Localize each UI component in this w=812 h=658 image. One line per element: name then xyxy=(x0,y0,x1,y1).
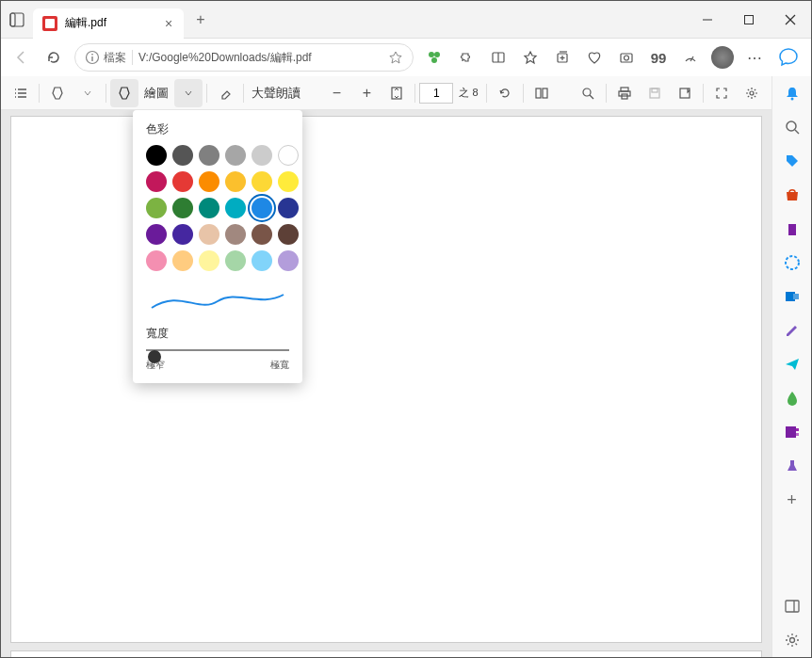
tab-close-button[interactable]: × xyxy=(161,16,176,31)
search-button[interactable] xyxy=(574,79,602,107)
color-swatch[interactable] xyxy=(225,171,246,192)
svg-rect-36 xyxy=(652,88,658,92)
reading-list-icon[interactable] xyxy=(483,42,513,72)
svg-line-41 xyxy=(795,130,799,134)
color-swatch[interactable] xyxy=(252,224,272,245)
profile-avatar[interactable] xyxy=(707,42,738,72)
back-button[interactable] xyxy=(7,42,37,72)
search-sidebar-icon[interactable] xyxy=(781,116,804,138)
sidebar-settings-icon[interactable] xyxy=(781,629,804,651)
menu-button[interactable]: ⋯ xyxy=(739,42,770,72)
color-swatch[interactable] xyxy=(225,250,246,271)
quotes-icon[interactable]: 99 xyxy=(643,42,674,72)
color-swatch[interactable] xyxy=(199,198,219,218)
color-swatch[interactable] xyxy=(172,250,193,271)
fullscreen-button[interactable] xyxy=(707,79,736,107)
width-slider[interactable] xyxy=(146,349,289,351)
color-swatch[interactable] xyxy=(172,198,193,218)
erase-tool[interactable] xyxy=(211,79,239,107)
bing-chat-button[interactable] xyxy=(771,40,805,74)
svg-rect-48 xyxy=(796,433,799,436)
refresh-button[interactable] xyxy=(39,42,69,72)
tab-overview-button[interactable] xyxy=(1,1,33,39)
color-swatch[interactable] xyxy=(278,224,299,245)
tag-icon[interactable] xyxy=(781,150,804,172)
new-tab-button[interactable]: + xyxy=(187,7,214,33)
fit-page-button[interactable] xyxy=(382,79,411,107)
color-swatch[interactable] xyxy=(225,224,246,245)
svg-rect-45 xyxy=(793,294,799,299)
favorite-button[interactable] xyxy=(388,50,403,65)
browser-tab[interactable]: 編輯.pdf × xyxy=(33,8,184,39)
color-swatch[interactable] xyxy=(278,250,299,271)
color-swatch[interactable] xyxy=(146,198,167,218)
extensions-icon[interactable] xyxy=(451,42,481,72)
read-aloud-button[interactable]: 大聲朗讀 xyxy=(248,85,304,102)
width-section-label: 寬度 xyxy=(146,326,289,342)
shopping-icon[interactable] xyxy=(781,184,804,206)
lab-icon[interactable] xyxy=(781,455,804,477)
zoom-out-button[interactable]: − xyxy=(322,79,350,107)
games-icon[interactable] xyxy=(781,217,804,240)
collections-icon[interactable] xyxy=(547,42,577,72)
highlight-dropdown[interactable] xyxy=(73,79,102,107)
color-swatch[interactable] xyxy=(278,145,299,166)
color-swatch[interactable] xyxy=(252,198,272,218)
window-close-button[interactable] xyxy=(770,1,811,39)
settings-button[interactable] xyxy=(738,79,766,107)
ext-puzzle-icon[interactable] xyxy=(419,42,449,72)
site-info-button[interactable]: 檔案 xyxy=(85,50,126,66)
svg-point-19 xyxy=(625,56,629,60)
rotate-button[interactable] xyxy=(491,79,519,107)
window-maximize-button[interactable] xyxy=(728,1,770,39)
drop-icon[interactable] xyxy=(781,387,804,409)
color-swatch[interactable] xyxy=(146,171,167,192)
send-icon[interactable] xyxy=(781,353,804,376)
address-bar[interactable]: 檔案 V:/Google%20Downloads/編輯.pdf xyxy=(74,43,414,72)
edit-sidebar-icon[interactable] xyxy=(781,319,804,342)
color-swatch[interactable] xyxy=(199,224,219,245)
print-button[interactable] xyxy=(610,79,639,107)
add-sidebar-button[interactable]: + xyxy=(781,489,804,511)
color-swatch[interactable] xyxy=(225,198,246,218)
notifications-icon[interactable] xyxy=(781,82,804,104)
performance-icon[interactable] xyxy=(675,42,706,72)
svg-rect-27 xyxy=(392,88,401,99)
window-minimize-button[interactable] xyxy=(687,1,728,39)
color-swatch[interactable] xyxy=(172,145,193,166)
color-swatch[interactable] xyxy=(252,145,272,166)
sidebar-toggle-icon[interactable] xyxy=(781,595,804,618)
color-swatch[interactable] xyxy=(278,171,299,192)
svg-point-43 xyxy=(786,256,799,269)
outlook-icon[interactable] xyxy=(781,285,804,308)
favorites-icon[interactable] xyxy=(515,42,545,72)
color-swatch[interactable] xyxy=(199,171,219,192)
color-swatch[interactable] xyxy=(252,250,272,271)
svg-rect-28 xyxy=(536,88,541,98)
color-swatch[interactable] xyxy=(199,250,219,271)
color-swatch[interactable] xyxy=(199,145,219,166)
svg-point-40 xyxy=(787,121,796,131)
color-swatch[interactable] xyxy=(252,171,272,192)
color-swatch[interactable] xyxy=(172,171,193,192)
onenote-icon[interactable] xyxy=(781,421,804,443)
color-swatch[interactable] xyxy=(146,145,167,166)
pdf-viewport[interactable]: 色彩 寬度 極窄 極寬 xyxy=(1,110,771,657)
save-as-button[interactable] xyxy=(671,79,699,107)
draw-dropdown[interactable] xyxy=(174,79,203,107)
color-swatch[interactable] xyxy=(278,198,299,218)
highlight-tool[interactable] xyxy=(43,79,72,107)
color-swatch[interactable] xyxy=(225,145,246,166)
color-swatch[interactable] xyxy=(146,250,167,271)
tools-icon[interactable] xyxy=(781,251,804,274)
page-number-input[interactable] xyxy=(419,83,453,104)
health-icon[interactable] xyxy=(579,42,609,72)
draw-tool[interactable] xyxy=(110,79,138,107)
screenshot-icon[interactable] xyxy=(611,42,641,72)
page-view-button[interactable] xyxy=(528,79,556,107)
color-swatch[interactable] xyxy=(172,224,193,245)
save-button[interactable] xyxy=(641,79,669,107)
color-swatch[interactable] xyxy=(146,224,167,245)
contents-button[interactable] xyxy=(7,79,35,107)
zoom-in-button[interactable]: + xyxy=(352,79,381,107)
